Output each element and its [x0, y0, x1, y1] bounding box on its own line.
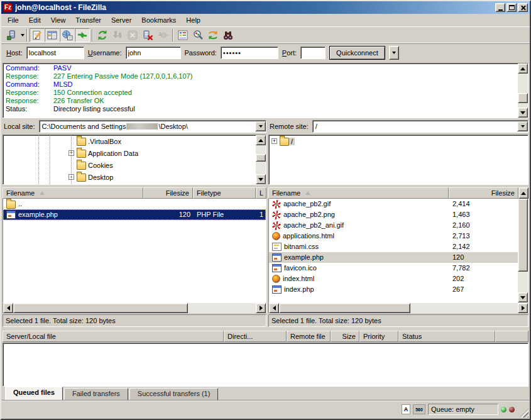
scroll-down-button[interactable] — [518, 108, 528, 118]
speed-limit-icon[interactable]: 560 — [413, 404, 425, 414]
queue-tab[interactable]: Successful transfers (1) — [129, 388, 219, 400]
cancel-operation-button[interactable] — [125, 28, 140, 42]
password-input[interactable] — [221, 47, 278, 59]
sort-ascending-icon — [40, 191, 45, 195]
menu-item[interactable]: Help — [181, 15, 205, 25]
scrollbar-thumb[interactable] — [518, 199, 528, 272]
data-type-icon[interactable]: A — [402, 404, 410, 414]
host-input[interactable] — [26, 47, 84, 59]
transfer-queue-list[interactable] — [3, 343, 528, 387]
toggle-remote-tree-button[interactable] — [60, 28, 75, 42]
site-manager-dropdown-icon[interactable] — [21, 34, 25, 36]
resize-grip[interactable] — [520, 409, 528, 417]
message-log-scrollbar[interactable] — [518, 64, 528, 118]
menu-item[interactable]: Edit — [24, 15, 46, 25]
scrollbar-thumb[interactable] — [13, 303, 188, 313]
file-row[interactable]: example.php 120 PHP File 1 — [3, 209, 266, 220]
column-header[interactable]: Filename — [268, 187, 449, 199]
file-row[interactable]: index.php 267 — [269, 284, 518, 295]
file-row[interactable]: apache_pb2.gif 2,414 — [269, 199, 518, 209]
host-label: Host: — [6, 49, 23, 57]
reconnect-button[interactable] — [155, 28, 170, 42]
find-files-button[interactable] — [221, 28, 236, 42]
file-row[interactable]: bitnami.css 2,142 — [269, 241, 518, 252]
directory-filters-button[interactable] — [175, 28, 190, 42]
queue-tab[interactable]: Queued files — [5, 387, 63, 400]
tree-item[interactable]: Cookies — [3, 159, 256, 171]
local-file-list-header: Filename Filesize Filetype L — [3, 187, 266, 199]
username-input[interactable] — [126, 47, 181, 59]
file-row[interactable]: apache_pb2_ani.gif 2,160 — [269, 220, 518, 231]
scroll-right-button[interactable] — [518, 303, 528, 313]
remote-list-scrollbar[interactable] — [518, 199, 528, 302]
file-row[interactable]: example.php 120 — [269, 252, 518, 263]
queue-column-header[interactable] — [495, 331, 528, 342]
queue-column-header[interactable]: Size — [331, 331, 359, 342]
local-pane: Local site: C:\Documents and Settings\De… — [3, 119, 266, 327]
scrollbar-thumb[interactable] — [256, 154, 266, 162]
port-input[interactable] — [300, 47, 326, 59]
column-header[interactable]: Filesize — [143, 187, 193, 199]
column-header[interactable]: L — [256, 187, 266, 199]
queue-column-header[interactable]: Remote file — [287, 331, 331, 342]
file-row[interactable]: .. — [3, 199, 266, 209]
scroll-left-button[interactable] — [3, 303, 13, 313]
file-row[interactable]: apache_pb2.png 1,463 — [269, 209, 518, 220]
tree-item[interactable]: - Desktop — [3, 171, 256, 183]
menu-item[interactable]: View — [46, 15, 71, 25]
compare-directories-button[interactable] — [190, 28, 205, 42]
menu-item[interactable]: Server — [106, 15, 136, 25]
file-row[interactable]: favicon.ico 7,782 — [269, 263, 518, 274]
toggle-queue-button[interactable] — [75, 28, 90, 42]
queue-column-header[interactable]: Priority — [359, 331, 398, 342]
local-site-combobox[interactable]: C:\Documents and Settings\Desktop\ — [39, 120, 266, 133]
column-header[interactable]: Filename — [3, 187, 143, 199]
scrollbar-thumb[interactable] — [518, 93, 528, 103]
menu-item[interactable]: Transfer — [70, 15, 106, 25]
queue-column-header[interactable]: Status — [398, 331, 495, 342]
minimize-button[interactable] — [495, 3, 505, 12]
filezilla-window: Fz john@localhost - FileZilla FileEditVi… — [0, 0, 531, 420]
column-header[interactable]: Filetype — [193, 187, 256, 199]
toggle-local-tree-button[interactable] — [45, 28, 60, 42]
tree-item[interactable]: .VirtualBox — [3, 135, 256, 147]
tree-item[interactable]: + Application Data — [3, 147, 256, 159]
scroll-left-button[interactable] — [269, 303, 279, 313]
site-manager-button[interactable] — [4, 28, 19, 42]
scroll-right-button[interactable] — [256, 303, 266, 313]
scroll-up-button[interactable] — [518, 64, 528, 74]
quickconnect-dropdown-button[interactable] — [389, 46, 399, 60]
local-horizontal-scrollbar[interactable] — [3, 303, 266, 313]
scroll-up-button[interactable] — [518, 187, 528, 199]
menu-item[interactable]: File — [3, 15, 24, 25]
process-queue-button[interactable] — [110, 28, 125, 42]
queue-column-header[interactable]: Server/Local file — [3, 331, 224, 342]
tree-item[interactable]: + / — [269, 135, 528, 147]
remote-horizontal-scrollbar[interactable] — [268, 303, 528, 313]
maximize-button[interactable] — [506, 3, 517, 12]
scrollbar-thumb[interactable] — [279, 303, 410, 313]
file-row[interactable]: applications.html 2,713 — [269, 231, 518, 241]
local-site-dropdown-button[interactable] — [255, 121, 266, 131]
queue-column-header[interactable]: Directi... — [224, 331, 287, 342]
file-row[interactable]: index.html 202 — [269, 274, 518, 284]
queue-tab[interactable]: Failed transfers — [64, 388, 128, 400]
remote-site-dropdown-button[interactable] — [517, 121, 528, 131]
log-line: Command: MLSD — [6, 80, 518, 89]
toggle-message-log-button[interactable] — [30, 28, 45, 42]
menu-item[interactable]: Bookmarks — [136, 15, 181, 25]
local-tree-scrollbar[interactable] — [256, 135, 266, 184]
refresh-button[interactable] — [95, 28, 110, 42]
synchronized-browsing-button[interactable] — [205, 28, 221, 42]
reconnect-icon — [157, 30, 168, 41]
close-button[interactable] — [518, 3, 528, 12]
arrow-left-icon — [7, 306, 10, 311]
column-header[interactable]: Filesize — [449, 187, 518, 199]
remote-site-combobox[interactable]: / — [312, 120, 528, 133]
disconnect-button[interactable] — [140, 28, 155, 42]
scroll-down-button[interactable] — [256, 174, 266, 184]
quickconnect-button[interactable]: Quickconnect — [329, 46, 385, 60]
tree-expander[interactable]: + — [271, 138, 277, 144]
scroll-down-button[interactable] — [518, 292, 528, 302]
scroll-up-button[interactable] — [256, 135, 266, 145]
